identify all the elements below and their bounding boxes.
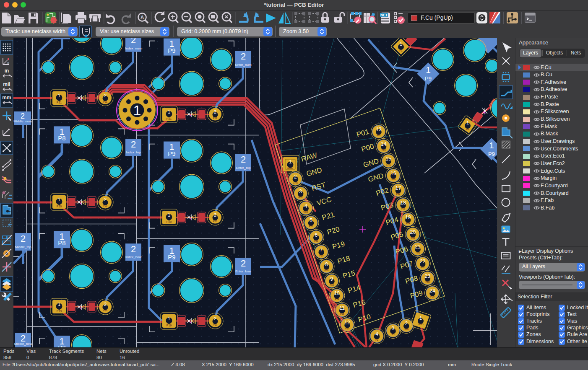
svg-text:P18: P18 bbox=[325, 269, 329, 272]
svg-text:Enter_bow: Enter_bow bbox=[235, 269, 251, 273]
svg-text:5: 5 bbox=[310, 217, 312, 223]
svg-text:1: 1 bbox=[168, 316, 170, 321]
svg-text:2: 2 bbox=[241, 154, 246, 165]
svg-text:2: 2 bbox=[104, 302, 107, 307]
svg-text:P02: P02 bbox=[396, 193, 401, 195]
svg-text:2: 2 bbox=[214, 109, 216, 114]
svg-text:20: 20 bbox=[410, 229, 416, 235]
svg-text:P20: P20 bbox=[103, 204, 107, 207]
svg-text:Index_top: Index_top bbox=[126, 150, 141, 154]
svg-text:2: 2 bbox=[131, 139, 136, 150]
svg-text:P10: P10 bbox=[345, 327, 349, 330]
svg-text:Middle_num: Middle_num bbox=[13, 119, 32, 123]
svg-text:18: 18 bbox=[401, 200, 406, 206]
svg-text:P8: P8 bbox=[466, 128, 469, 131]
svg-text:P07: P07 bbox=[421, 266, 425, 269]
svg-text:11: 11 bbox=[339, 305, 345, 311]
svg-text:P3: P3 bbox=[392, 333, 395, 336]
svg-text:GND: GND bbox=[391, 178, 396, 181]
svg-text:P8: P8 bbox=[58, 239, 65, 246]
svg-text:P21: P21 bbox=[57, 101, 62, 104]
svg-text:P15: P15 bbox=[330, 284, 334, 286]
svg-text:P9: P9 bbox=[488, 151, 495, 157]
svg-text:1: 1 bbox=[58, 93, 60, 98]
svg-text:mil: mil bbox=[3, 81, 10, 87]
svg-text:24: 24 bbox=[429, 288, 435, 294]
svg-text:P9: P9 bbox=[168, 47, 175, 54]
svg-text:22: 22 bbox=[420, 259, 426, 264]
svg-text:15: 15 bbox=[386, 156, 392, 162]
svg-text:VCC: VCC bbox=[303, 211, 308, 213]
svg-text:23: 23 bbox=[425, 273, 431, 279]
svg-text:GND: GND bbox=[418, 323, 424, 326]
svg-text:P8: P8 bbox=[58, 344, 65, 347]
svg-text:P01: P01 bbox=[377, 134, 381, 137]
svg-text:P20: P20 bbox=[213, 220, 217, 223]
svg-text:P20: P20 bbox=[57, 205, 62, 208]
svg-text:P19: P19 bbox=[167, 324, 172, 327]
svg-text:2: 2 bbox=[214, 316, 216, 321]
svg-text:17: 17 bbox=[395, 185, 401, 191]
svg-text:1: 1 bbox=[466, 120, 469, 125]
svg-text:1: 1 bbox=[58, 302, 60, 307]
svg-text:RST: RST bbox=[298, 196, 303, 199]
svg-text:1: 1 bbox=[419, 316, 422, 321]
svg-text:GND: GND bbox=[386, 163, 391, 166]
svg-text:12: 12 bbox=[344, 320, 350, 326]
svg-text:2: 2 bbox=[241, 51, 246, 62]
svg-text:P19: P19 bbox=[319, 254, 323, 257]
svg-text:P1: P1 bbox=[399, 49, 403, 52]
svg-text:P03: P03 bbox=[401, 207, 405, 210]
svg-text:3: 3 bbox=[392, 326, 395, 331]
svg-text:P9: P9 bbox=[168, 150, 175, 157]
svg-text:1: 1 bbox=[168, 109, 170, 114]
svg-text:Middle_bow: Middle_bow bbox=[14, 342, 32, 346]
svg-text:4: 4 bbox=[304, 203, 307, 209]
svg-text:P21: P21 bbox=[213, 117, 217, 119]
svg-text:GND: GND bbox=[404, 328, 409, 331]
svg-text:2: 2 bbox=[131, 38, 136, 45]
svg-text:P04: P04 bbox=[406, 222, 410, 225]
svg-text:2: 2 bbox=[405, 321, 408, 326]
svg-text:3: 3 bbox=[299, 189, 302, 194]
svg-text:9: 9 bbox=[330, 276, 333, 282]
svg-text:1: 1 bbox=[426, 65, 431, 75]
svg-text:P00: P00 bbox=[382, 149, 386, 151]
svg-text:RAW: RAW bbox=[287, 167, 293, 170]
svg-text:Index_num: Index_num bbox=[125, 47, 142, 50]
svg-text:P21: P21 bbox=[167, 117, 172, 120]
svg-text:P21: P21 bbox=[309, 225, 313, 228]
svg-text:2: 2 bbox=[104, 197, 107, 202]
svg-text:GND: GND bbox=[293, 181, 298, 184]
svg-text:2: 2 bbox=[214, 212, 216, 217]
svg-text:10: 10 bbox=[334, 290, 340, 296]
svg-text:Middle_top: Middle_top bbox=[15, 245, 31, 249]
svg-text:1: 1 bbox=[168, 212, 170, 217]
svg-text:14: 14 bbox=[381, 141, 387, 147]
svg-text:8: 8 bbox=[325, 261, 328, 267]
svg-text:P8: P8 bbox=[58, 135, 65, 142]
svg-text:2: 2 bbox=[294, 174, 297, 180]
svg-text:1: 1 bbox=[58, 197, 60, 202]
svg-text:θ: θ bbox=[7, 61, 9, 65]
svg-text:A: A bbox=[140, 15, 144, 21]
svg-text:2: 2 bbox=[131, 244, 136, 254]
svg-text:P06: P06 bbox=[416, 251, 420, 254]
svg-text:P16: P16 bbox=[340, 313, 344, 315]
svg-text:P9: P9 bbox=[168, 254, 175, 261]
svg-text:P09: P09 bbox=[430, 295, 434, 298]
svg-text:mm: mm bbox=[2, 95, 11, 101]
svg-text:P08: P08 bbox=[426, 281, 430, 283]
svg-text:21: 21 bbox=[415, 244, 421, 250]
svg-text:P20: P20 bbox=[167, 220, 172, 223]
svg-text:P21: P21 bbox=[103, 101, 107, 103]
svg-text:16: 16 bbox=[390, 171, 396, 176]
svg-text:1: 1 bbox=[489, 140, 494, 150]
svg-text:P14: P14 bbox=[335, 298, 339, 300]
svg-text:2: 2 bbox=[241, 258, 246, 269]
svg-text:P19: P19 bbox=[103, 309, 107, 312]
svg-text:1: 1 bbox=[400, 41, 402, 47]
svg-text:1: 1 bbox=[133, 102, 141, 118]
svg-text:Index_bow: Index_bow bbox=[125, 255, 142, 259]
svg-text:P20: P20 bbox=[314, 240, 318, 242]
